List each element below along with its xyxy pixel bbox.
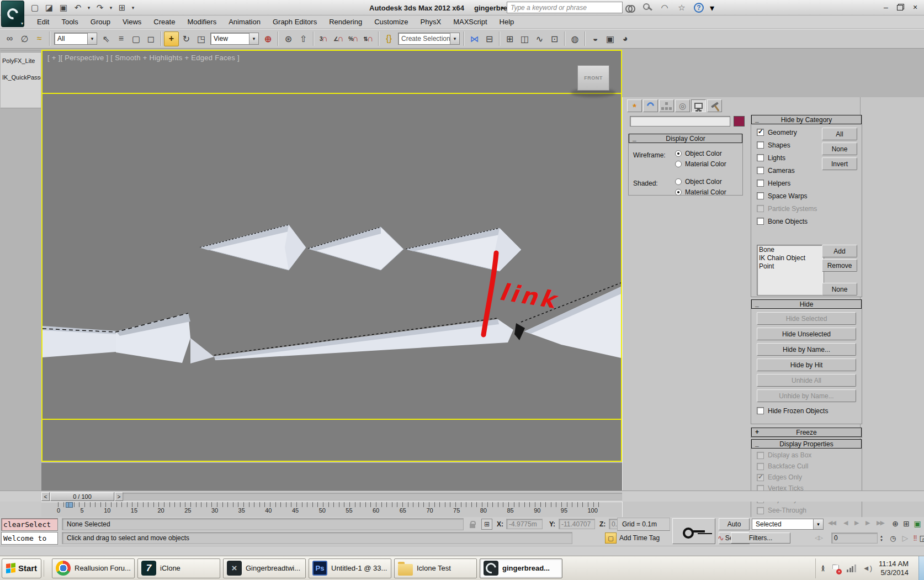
category-checkbox-row[interactable]: Space Warps: [751, 189, 817, 202]
new-file-icon[interactable]: ▢: [29, 2, 41, 14]
menu-item[interactable]: Customize: [368, 16, 414, 28]
absolute-mode-transform-icon[interactable]: ⊞: [481, 519, 492, 530]
dropdown-arrow-icon[interactable]: ▾: [450, 33, 459, 44]
undo-flyout-icon[interactable]: ▾: [86, 2, 92, 14]
search-input[interactable]: [507, 2, 623, 13]
reference-coordinate-dropdown[interactable]: View ▾: [210, 33, 259, 45]
y-coordinate-field[interactable]: -11.40707: [559, 519, 595, 529]
hide-action-button[interactable]: Unhide All: [757, 374, 856, 387]
time-slider-track[interactable]: [123, 493, 622, 500]
search-caret-icon[interactable]: ▸: [502, 4, 505, 10]
close-button[interactable]: ×: [911, 3, 920, 12]
action-center-flag-icon[interactable]: [831, 564, 840, 573]
undo-icon[interactable]: ↶: [72, 2, 84, 14]
unlink-selection-icon[interactable]: ∅: [17, 31, 32, 46]
wireframe-material-color-radio[interactable]: Material Color: [675, 159, 726, 169]
bind-to-space-warp-icon[interactable]: ≈: [32, 31, 47, 46]
display-property-checkbox-row[interactable]: Edges Only: [751, 472, 862, 483]
maximize-viewport-toggle-icon[interactable]: ◲: [917, 532, 924, 544]
help-icon[interactable]: ?: [693, 2, 705, 14]
previous-key-icon[interactable]: ◀: [843, 519, 847, 526]
next-frame-button[interactable]: >: [115, 492, 123, 501]
rendered-frame-window-icon[interactable]: ▣: [603, 31, 618, 46]
hide-frozen-objects-checkbox[interactable]: Hide Frozen Objects: [751, 404, 862, 417]
add-time-tag[interactable]: Add Time Tag: [619, 532, 670, 544]
shaded-object-color-radio[interactable]: Object Color: [675, 176, 726, 187]
tab-modify[interactable]: [643, 99, 658, 112]
category-list-item[interactable]: IK Chain Object: [759, 254, 822, 262]
dropdown-arrow-icon[interactable]: ▾: [249, 33, 258, 44]
select-and-manipulate-icon[interactable]: ⊛: [281, 31, 296, 46]
material-editor-icon[interactable]: ◍: [567, 31, 582, 46]
maxscript-mini-listener-pink[interactable]: clearSelect: [1, 518, 58, 531]
tab-hierarchy[interactable]: [659, 99, 674, 112]
help-flyout-icon[interactable]: ▾: [710, 3, 714, 13]
selection-lock-toggle[interactable]: [468, 519, 477, 529]
select-and-link-icon[interactable]: ∞: [2, 31, 17, 46]
taskbar-task-button[interactable]: Gingerbreadtwi...: [223, 558, 306, 578]
menu-item[interactable]: Views: [116, 16, 147, 28]
hide-action-button[interactable]: Hide Unselected: [757, 328, 856, 340]
auto-key-button[interactable]: Auto: [719, 518, 750, 530]
tray-expand-icon[interactable]: ∧∧: [821, 566, 825, 571]
selection-filter-dropdown[interactable]: All ▾: [54, 33, 97, 45]
schematic-view-icon[interactable]: ⊡: [547, 31, 562, 46]
menu-item[interactable]: PhysX: [415, 16, 448, 28]
redo-icon[interactable]: ↷: [94, 2, 106, 14]
object-color-swatch[interactable]: [734, 116, 745, 126]
scene-explorer-icon[interactable]: ◫: [517, 31, 532, 46]
start-button[interactable]: Start: [2, 558, 41, 578]
filters-button[interactable]: Filters...: [731, 532, 790, 544]
taskbar-task-button[interactable]: gingerbread...: [480, 558, 562, 578]
category-button[interactable]: None: [822, 143, 857, 155]
select-and-move-icon[interactable]: +: [164, 31, 179, 46]
display-property-checkbox-row[interactable]: Backface Cull: [751, 461, 862, 472]
category-button[interactable]: Invert: [822, 157, 857, 170]
play-icon[interactable]: ▶: [854, 519, 858, 526]
custom-category-list[interactable]: BoneIK Chain ObjectPoint: [757, 245, 824, 296]
category-checkbox-row[interactable]: Lights: [751, 151, 817, 164]
save-file-icon[interactable]: ▣: [57, 2, 70, 14]
taskbar-task-button[interactable]: Iclone Test: [394, 558, 477, 578]
key-filter-dropdown[interactable]: Selected ▾: [752, 519, 824, 530]
render-setup-icon[interactable]: ◒: [588, 31, 603, 46]
key-mode-toggle-icon[interactable]: ◁▷: [815, 534, 822, 541]
track-bar[interactable]: 0510152025303540455055606570758085909510…: [41, 502, 622, 517]
hide-by-category-title[interactable]: _ Hide by Category: [751, 115, 862, 124]
menu-item[interactable]: Group: [84, 16, 116, 28]
redo-flyout-icon[interactable]: ▾: [108, 2, 114, 14]
taskbar-task-button[interactable]: Reallusion Foru...: [52, 558, 135, 578]
category-checkbox-row[interactable]: Particle Systems: [751, 202, 817, 215]
current-frame-field[interactable]: 0: [831, 532, 878, 544]
tab-motion[interactable]: ◎: [675, 99, 690, 112]
viewcube-front-face[interactable]: FRONT: [577, 65, 609, 91]
display-color-rollout-title[interactable]: _ Display Color: [629, 134, 742, 143]
wireframe-object-color-radio[interactable]: Object Color: [675, 148, 726, 159]
dropdown-arrow-icon[interactable]: ▾: [87, 33, 97, 44]
open-file-icon[interactable]: ◪: [43, 2, 55, 14]
zoom-extents-icon[interactable]: ▣: [912, 518, 923, 529]
category-button[interactable]: All: [822, 128, 857, 140]
go-to-end-icon[interactable]: ▶▶: [877, 519, 884, 526]
rectangular-selection-region-icon[interactable]: ▢: [129, 31, 144, 46]
angle-snap-icon[interactable]: ∠∩: [331, 31, 346, 46]
taskbar-clock[interactable]: 11:14 AM 5/3/2014: [879, 560, 909, 577]
maxscript-mini-listener-white[interactable]: Welcome to: [1, 532, 58, 545]
time-slider[interactable]: 0 / 100: [50, 492, 114, 501]
taskbar-task-button[interactable]: iClone: [137, 558, 220, 578]
menu-item[interactable]: Help: [493, 16, 521, 28]
edit-named-selection-sets-icon[interactable]: {}: [381, 31, 396, 46]
menu-item[interactable]: Rendering: [323, 16, 368, 28]
menu-item[interactable]: Modifiers: [181, 16, 222, 28]
time-configuration-icon[interactable]: ◷: [888, 532, 899, 544]
next-key-icon[interactable]: ▶: [865, 519, 869, 526]
time-tag-cube-icon[interactable]: ▢: [605, 532, 617, 544]
display-property-checkbox-row[interactable]: See-Through: [751, 505, 862, 516]
viewport-label[interactable]: [ + ][ Perspective ] [ Smooth + Highligh…: [47, 54, 240, 62]
layer-manager-icon[interactable]: ⊞: [502, 31, 517, 46]
perspective-viewport[interactable]: [ + ][ Perspective ] [ Smooth + Highligh…: [41, 50, 622, 462]
use-pivot-point-icon[interactable]: ⊕: [261, 31, 275, 46]
shaded-material-color-radio[interactable]: Material Color: [675, 187, 726, 197]
script-button[interactable]: IK_QuickPasse: [1, 69, 41, 86]
script-button[interactable]: PolyFX_Lite: [1, 52, 41, 69]
